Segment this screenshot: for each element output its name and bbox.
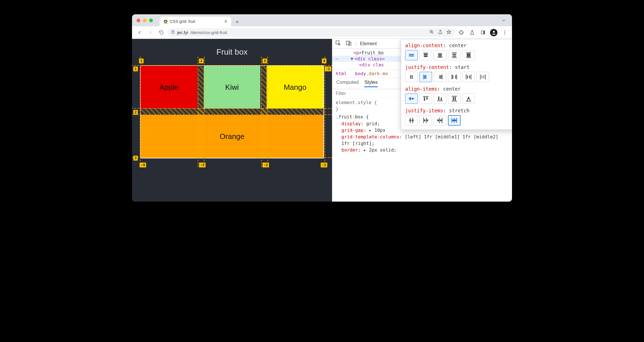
tab-computed[interactable]: Computed <box>336 79 359 87</box>
grid-col-label-neg: -2 <box>262 162 269 168</box>
svg-rect-46 <box>410 97 411 100</box>
svg-rect-61 <box>409 120 411 122</box>
favicon-icon: 🧑‍🚀 <box>163 19 168 24</box>
svg-rect-58 <box>466 101 471 102</box>
new-tab-button[interactable]: + <box>233 18 241 26</box>
grid-item-kiwi: Kiwi <box>204 66 261 109</box>
labs-button[interactable] <box>467 28 477 37</box>
tab-styles[interactable]: Styles <box>364 79 377 87</box>
svg-rect-18 <box>452 52 457 53</box>
justify-items-start-button[interactable] <box>419 115 432 126</box>
grid-row-label: 1 <box>133 66 138 71</box>
devtools-panel: Element <p>Fruit bo ⋯▼<div class= <div c… <box>332 39 512 202</box>
svg-rect-66 <box>427 120 428 122</box>
grid-col-label-neg: -1 <box>321 162 327 168</box>
align-content-center-button[interactable] <box>405 50 418 60</box>
reload-button[interactable] <box>157 28 166 37</box>
svg-rect-29 <box>425 75 426 79</box>
align-content-space-around-button[interactable] <box>448 50 461 60</box>
grid-item-orange: Orange <box>141 115 323 158</box>
svg-rect-23 <box>467 53 471 57</box>
device-icon[interactable] <box>345 40 352 47</box>
justify-content-end-button[interactable] <box>434 72 446 82</box>
fruit-grid: Apple Kiwi Mango Orange <box>140 65 324 158</box>
justify-items-end-button[interactable] <box>434 115 446 126</box>
browser-toolbar: jec.fyi/demo/css-grid-fruit <box>132 26 512 39</box>
menu-button[interactable] <box>500 28 509 37</box>
justify-content-start-button[interactable] <box>419 72 432 82</box>
svg-rect-51 <box>438 96 439 100</box>
align-items-stretch-button[interactable] <box>448 94 461 104</box>
close-tab-icon[interactable]: ✕ <box>224 19 228 24</box>
share-icon[interactable] <box>438 29 443 35</box>
svg-rect-55 <box>453 97 454 101</box>
address-host: jec.fyi <box>177 30 188 35</box>
svg-rect-37 <box>466 74 466 79</box>
align-content-start-button[interactable] <box>419 50 432 60</box>
grid-item-mango: Mango <box>267 66 323 109</box>
svg-rect-40 <box>471 74 471 79</box>
grid-col-label-neg: -4 <box>139 162 146 168</box>
align-items-start-button[interactable] <box>419 94 432 104</box>
justify-content-space-around-button[interactable] <box>462 72 475 82</box>
svg-point-3 <box>493 31 495 33</box>
close-window-icon[interactable] <box>137 19 140 22</box>
svg-rect-20 <box>453 55 456 57</box>
svg-rect-24 <box>466 57 471 58</box>
elements-tab[interactable]: Element <box>360 41 377 46</box>
address-bar[interactable]: jec.fyi/demo/css-grid-fruit <box>167 28 455 37</box>
zoom-icon[interactable] <box>429 29 434 35</box>
svg-rect-68 <box>442 118 443 123</box>
content-area: Fruit box Apple Kiwi Mango Orange <box>132 39 512 202</box>
svg-rect-50 <box>426 97 427 100</box>
svg-rect-27 <box>423 74 424 79</box>
svg-rect-31 <box>441 75 441 79</box>
extensions-button[interactable] <box>457 28 466 37</box>
svg-rect-41 <box>480 74 481 79</box>
dom-selected-node[interactable]: <div class= <box>355 56 385 61</box>
dom-gutter-icon[interactable]: ⋯ <box>332 56 342 61</box>
svg-rect-36 <box>457 74 457 79</box>
tab-strip: 🧑‍🚀 CSS grid- fruit ✕ + <box>132 14 512 26</box>
svg-rect-43 <box>483 75 484 79</box>
justify-content-space-evenly-button[interactable] <box>477 72 489 82</box>
grid-row-label: 3 <box>133 156 138 161</box>
minimize-window-icon[interactable] <box>143 19 147 22</box>
svg-rect-53 <box>437 101 443 101</box>
rendered-page: Fruit box Apple Kiwi Mango Orange <box>132 39 332 202</box>
svg-rect-14 <box>424 55 428 57</box>
svg-rect-69 <box>437 120 439 122</box>
panel-button[interactable] <box>478 28 487 37</box>
address-path: /demo/css-grid-fruit <box>190 30 227 35</box>
svg-point-4 <box>504 30 505 31</box>
svg-rect-54 <box>451 96 457 96</box>
browser-tab[interactable]: 🧑‍🚀 CSS grid- fruit ✕ <box>160 17 231 26</box>
align-items-end-button[interactable] <box>434 94 446 104</box>
align-content-stretch-button[interactable] <box>462 50 475 60</box>
svg-rect-16 <box>438 55 442 57</box>
svg-rect-15 <box>438 53 442 55</box>
svg-rect-67 <box>439 118 440 123</box>
bookmark-icon[interactable] <box>446 29 451 35</box>
align-items-center-button[interactable] <box>405 94 418 104</box>
tab-overflow-icon[interactable] <box>501 18 506 24</box>
svg-rect-13 <box>424 54 428 55</box>
justify-items-stretch-button[interactable] <box>448 115 461 126</box>
justify-content-space-between-button[interactable] <box>448 72 461 82</box>
svg-rect-42 <box>482 75 482 79</box>
justify-content-center-button[interactable] <box>405 72 418 82</box>
svg-rect-38 <box>467 75 468 79</box>
page-title: Fruit box <box>132 47 332 57</box>
justify-items-center-button[interactable] <box>405 115 418 126</box>
window-traffic-lights <box>136 14 155 26</box>
svg-rect-75 <box>455 120 457 122</box>
maximize-window-icon[interactable] <box>149 19 153 22</box>
align-content-end-button[interactable] <box>434 50 446 60</box>
inspect-icon[interactable] <box>335 40 341 47</box>
profile-button[interactable] <box>489 28 498 37</box>
back-button[interactable] <box>135 28 144 37</box>
forward-button[interactable] <box>146 28 155 37</box>
svg-rect-52 <box>441 98 442 100</box>
svg-rect-10 <box>409 54 414 55</box>
align-items-baseline-button[interactable] <box>462 94 475 104</box>
